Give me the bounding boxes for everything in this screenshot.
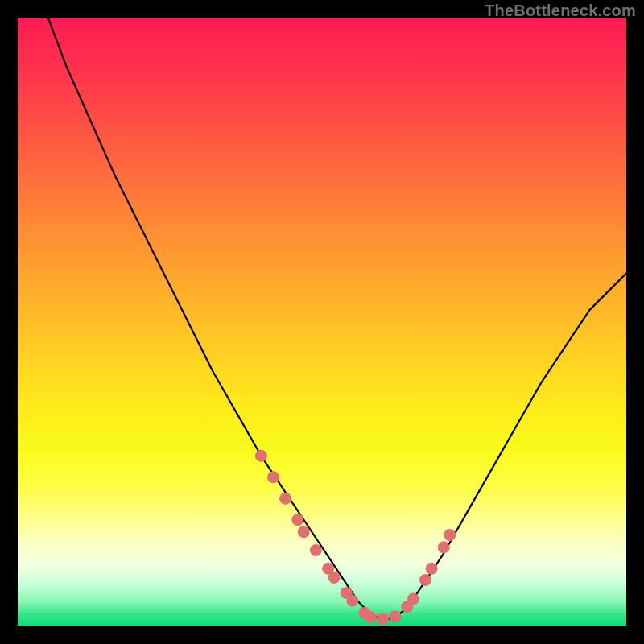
marker-dot: [310, 544, 322, 556]
marker-dot: [365, 611, 377, 623]
marker-dot: [377, 613, 389, 625]
marker-dot: [291, 514, 303, 526]
marker-dot: [346, 595, 358, 607]
marker-dot: [407, 593, 419, 605]
marker-dot: [267, 471, 279, 483]
marker-dot: [389, 610, 401, 622]
chart-frame: TheBottleneck.com: [0, 0, 644, 644]
watermark-text: TheBottleneck.com: [485, 2, 636, 20]
curve-path: [48, 18, 626, 620]
marker-dot: [426, 563, 438, 575]
marker-dot: [298, 526, 310, 538]
highlight-markers: [255, 450, 456, 625]
bottleneck-curve: [48, 18, 626, 620]
marker-dot: [419, 574, 431, 586]
chart-svg: [18, 18, 626, 626]
marker-dot: [328, 572, 341, 584]
plot-area: [18, 18, 626, 626]
marker-dot: [438, 541, 450, 553]
marker-dot: [444, 529, 456, 541]
marker-dot: [279, 493, 291, 505]
marker-dot: [255, 450, 267, 462]
